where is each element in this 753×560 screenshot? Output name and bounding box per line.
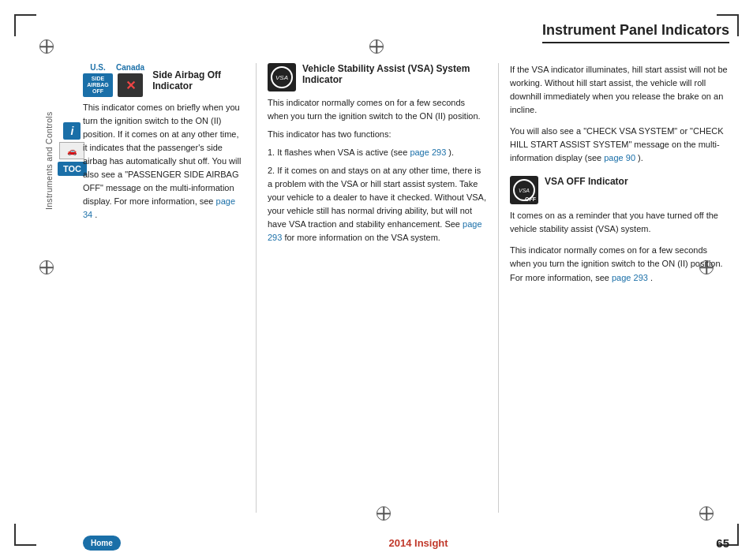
footer-title: 2014 Insight bbox=[121, 537, 717, 549]
col3-body1: If the VSA indicator illuminates, hill s… bbox=[510, 63, 729, 117]
airbag-canada-badge: ✕ bbox=[118, 73, 143, 97]
vsa-body1: This indicator normally comes on for a f… bbox=[268, 96, 487, 123]
airbag-us-badge: SIDEAIRBAGOFF bbox=[83, 73, 113, 97]
airbag-body: This indicator comes on briefly when you… bbox=[83, 101, 245, 222]
col3-body2: You will also see a "CHECK VSA SYSTEM" o… bbox=[510, 125, 729, 165]
title-rule bbox=[542, 42, 729, 43]
vsa-item2: 2. If it comes on and stays on at any ot… bbox=[268, 164, 487, 245]
vsa-section-header: VSA Vehicle Stability Assist (VSA) Syste… bbox=[268, 63, 487, 91]
vsa-off-section-title: VSA OFF Indicator bbox=[545, 176, 628, 187]
vsa-off-section-header: VSA OFF VSA OFF Indicator bbox=[510, 176, 729, 204]
home-button[interactable]: Home bbox=[83, 536, 121, 551]
col3: If the VSA indicator illuminates, hill s… bbox=[499, 63, 729, 513]
col3-link[interactable]: page 90 bbox=[604, 153, 635, 162]
vsa-off-body2: This indicator normally comes on for a f… bbox=[510, 244, 729, 284]
info-icon: i bbox=[63, 122, 81, 140]
vsa-off-link[interactable]: page 293 bbox=[612, 273, 648, 282]
label-us: U.S. bbox=[90, 63, 105, 72]
vsa-off-icon: VSA OFF bbox=[510, 176, 538, 204]
content-area: U.S. SIDEAIRBAGOFF Canada ✕ Side Airbag … bbox=[83, 63, 729, 513]
page-number: 65 bbox=[716, 536, 729, 550]
footer: Home 2014 Insight 65 bbox=[83, 536, 729, 551]
vsa-system-icon: VSA bbox=[268, 63, 296, 91]
vsa-link1[interactable]: page 293 bbox=[410, 147, 446, 157]
vsa-section-title: Vehicle Stability Assist (VSA) System In… bbox=[302, 63, 487, 85]
vsa-off-body1: It comes on as a reminder that you have … bbox=[510, 209, 729, 236]
label-canada: Canada bbox=[116, 63, 144, 72]
main-content: Instrument Panel Indicators U.S. SIDEAIR… bbox=[83, 0, 753, 560]
sidebar-vertical-text: Instruments and Controls bbox=[44, 111, 54, 210]
car-icon: 🚗 bbox=[59, 142, 84, 159]
vsa-item1: 1. It flashes when VSA is active (see pa… bbox=[268, 146, 487, 159]
page-title-area: Instrument Panel Indicators bbox=[542, 22, 729, 43]
page-title: Instrument Panel Indicators bbox=[542, 22, 729, 39]
airbag-icon-row: U.S. SIDEAIRBAGOFF Canada ✕ Side Airbag … bbox=[83, 63, 245, 97]
sidebar: i 🚗 TOC bbox=[0, 0, 87, 560]
col1: U.S. SIDEAIRBAGOFF Canada ✕ Side Airbag … bbox=[83, 63, 257, 513]
airbag-section-title: Side Airbag Off Indicator bbox=[152, 69, 245, 91]
col2: VSA Vehicle Stability Assist (VSA) Syste… bbox=[257, 63, 499, 513]
vsa-body2: This indicator has two functions: bbox=[268, 128, 487, 141]
